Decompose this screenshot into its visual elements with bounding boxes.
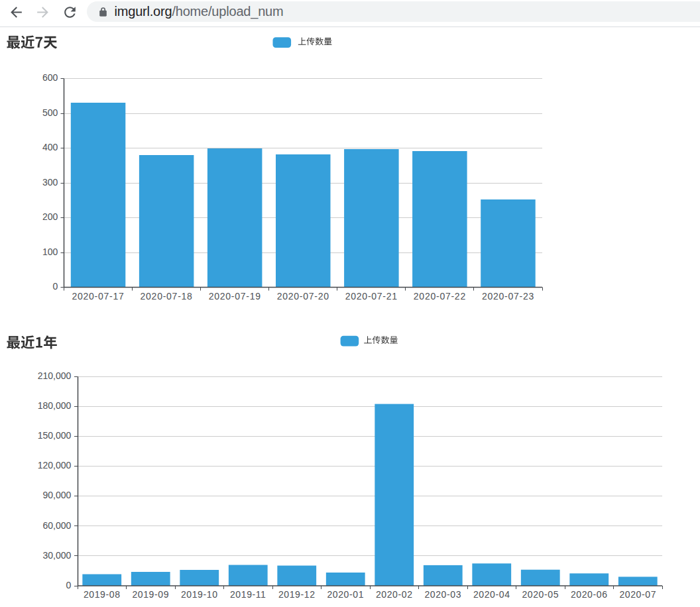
svg-text:2020-07: 2020-07	[619, 589, 656, 600]
svg-text:2020-07-23: 2020-07-23	[482, 291, 534, 302]
svg-text:210,000: 210,000	[38, 370, 72, 381]
svg-text:2019-10: 2019-10	[181, 589, 218, 600]
svg-text:2020-07-20: 2020-07-20	[277, 291, 329, 302]
svg-text:2020-04: 2020-04	[473, 589, 510, 600]
svg-text:60,000: 60,000	[42, 520, 71, 531]
svg-text:100: 100	[42, 247, 58, 257]
svg-text:500: 500	[42, 107, 58, 118]
svg-text:2019-08: 2019-08	[84, 589, 121, 600]
svg-text:30,000: 30,000	[42, 550, 71, 561]
svg-text:2020-07-22: 2020-07-22	[414, 291, 466, 302]
svg-text:2020-07-19: 2020-07-19	[209, 291, 261, 302]
svg-text:300: 300	[42, 177, 58, 188]
svg-text:0: 0	[53, 281, 58, 292]
svg-text:600: 600	[42, 72, 58, 83]
svg-text:2020-07-21: 2020-07-21	[345, 291, 398, 302]
svg-text:200: 200	[42, 211, 58, 222]
svg-text:2020-06: 2020-06	[571, 589, 608, 600]
svg-text:2020-03: 2020-03	[424, 589, 461, 600]
svg-text:180,000: 180,000	[38, 400, 72, 411]
svg-text:2019-09: 2019-09	[132, 589, 169, 600]
svg-text:150,000: 150,000	[38, 430, 72, 441]
svg-text:120,000: 120,000	[38, 460, 72, 470]
svg-text:2019-12: 2019-12	[278, 589, 316, 600]
svg-text:2020-07-17: 2020-07-17	[72, 291, 124, 302]
svg-text:400: 400	[42, 142, 58, 152]
svg-text:2019-11: 2019-11	[230, 589, 266, 600]
svg-text:2020-01: 2020-01	[327, 589, 364, 600]
svg-text:0: 0	[66, 580, 72, 590]
svg-text:2020-02: 2020-02	[376, 589, 413, 600]
svg-text:90,000: 90,000	[42, 490, 71, 500]
svg-text:2020-05: 2020-05	[522, 589, 559, 600]
svg-text:2020-07-18: 2020-07-18	[141, 291, 193, 302]
